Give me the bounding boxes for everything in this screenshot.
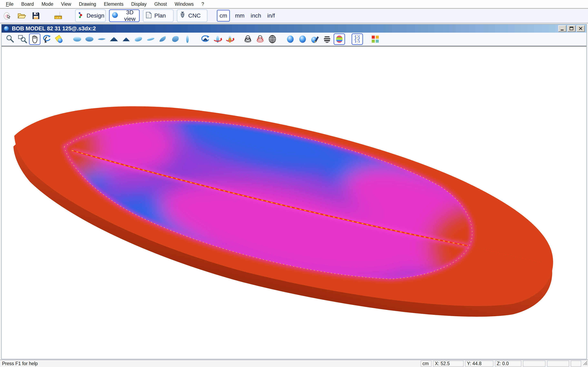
view-toolbar-group [242, 33, 278, 45]
close-button[interactable] [577, 25, 585, 32]
bottom-view-icon[interactable] [84, 33, 95, 45]
unit-selector: cmmminchin/f [217, 10, 278, 22]
status-bar: Press F1 for help cmX: 52.5Y: 44.8Z: 0.0 [0, 360, 588, 367]
3d-view-button[interactable]: 3D view [109, 9, 140, 22]
menu-display[interactable]: Display [127, 1, 150, 7]
unit-field: cm [421, 361, 432, 367]
y-field: Y: 44.8 [465, 361, 493, 367]
minimize-button[interactable] [558, 25, 566, 32]
curvature-map-icon[interactable] [334, 33, 345, 45]
svg-text:1: 1 [57, 17, 58, 19]
side-view-icon[interactable] [96, 33, 107, 45]
window-title: BOB MODEL 82 31 125@.s3dx:2 [12, 25, 96, 32]
perspective-top-icon[interactable] [133, 33, 144, 45]
view-toolbar [2, 33, 586, 46]
window-title-bar[interactable]: BOB MODEL 82 31 125@.s3dx:2 [2, 25, 586, 33]
status-help-text: Press F1 for help [2, 361, 38, 366]
outline-view-icon[interactable] [182, 33, 193, 45]
front-view-icon[interactable] [108, 33, 120, 45]
menu-mode[interactable]: Mode [38, 1, 57, 7]
document-window: BOB MODEL 82 31 125@.s3dx:2 [1, 24, 587, 359]
view-toolbar-group [369, 33, 381, 45]
wire-slices-icon[interactable] [242, 33, 254, 45]
mode-button-group: Design3D viewPlanCNC [75, 9, 208, 22]
z-field: Z: 0.0 [495, 361, 521, 367]
menu-windows[interactable]: Windows [171, 1, 198, 7]
sphere-icon [111, 11, 119, 20]
main-toolbar: 10 Design3D viewPlanCNC cmmminchin/f [0, 8, 588, 23]
menu-ghost[interactable]: Ghost [150, 1, 171, 7]
light-icon[interactable] [53, 33, 65, 45]
zoom-window-icon[interactable] [17, 33, 28, 45]
unit-inch[interactable]: inch [251, 12, 261, 19]
file-button-group: 10 [0, 10, 64, 22]
wire-mesh-icon[interactable] [267, 33, 278, 45]
status-fields: cmX: 52.5Y: 44.8Z: 0.0 [421, 361, 581, 367]
cnc-button[interactable]: CNC [177, 9, 208, 22]
pan-hand-icon[interactable] [29, 33, 40, 45]
empty-field-1 [523, 361, 545, 367]
unit-cm[interactable]: cm [217, 10, 230, 22]
unit-mm[interactable]: mm [235, 12, 245, 19]
surfboard [2, 58, 574, 352]
window-controls [558, 25, 585, 32]
svg-text:0: 0 [59, 17, 60, 19]
viewport-3d[interactable] [2, 46, 586, 359]
new-board-icon[interactable] [2, 10, 13, 22]
menu-bar: FileBoardModeViewDrawingElementsDisplayG… [0, 0, 588, 8]
measurements-icon[interactable]: 10 [53, 10, 64, 22]
view-toolbar-group [71, 33, 194, 45]
menu-drawing[interactable]: Drawing [75, 1, 100, 7]
zebra-view-icon[interactable] [321, 33, 333, 45]
app-window: FileBoardModeViewDrawingElementsDisplayG… [0, 0, 588, 367]
menu-board[interactable]: Board [17, 1, 38, 7]
plan-button[interactable]: Plan [143, 9, 173, 22]
plan-doc-icon [145, 11, 152, 20]
view-toolbar-group [284, 33, 346, 45]
perspective-fin-icon[interactable] [157, 33, 169, 45]
x-field: X: 52.5 [433, 361, 463, 367]
view-toolbar-group [199, 33, 236, 45]
perspective-bottom-icon[interactable] [169, 33, 181, 45]
rotate-flip-icon[interactable] [200, 33, 211, 45]
empty-field-2 [547, 361, 569, 367]
open-file-icon[interactable] [16, 10, 27, 22]
color-palette-icon[interactable] [370, 33, 381, 45]
unit-in-f[interactable]: in/f [267, 12, 275, 19]
board-3d-render [2, 47, 586, 359]
maximize-button[interactable] [567, 25, 576, 32]
save-file-icon[interactable] [31, 10, 41, 22]
wire-slices-red-icon[interactable] [254, 33, 266, 45]
menu-file[interactable]: File [2, 1, 17, 7]
rotate-view-icon[interactable] [41, 33, 53, 45]
spin-vertical-icon[interactable] [224, 33, 236, 45]
design-button[interactable]: Design [75, 9, 106, 22]
flow-lines-icon[interactable] [352, 33, 363, 45]
menu-elements[interactable]: Elements [100, 1, 127, 7]
perspective-side-icon[interactable] [145, 33, 156, 45]
spin-horizontal-icon[interactable] [212, 33, 223, 45]
sphere-icon [3, 25, 9, 32]
paint-surface-icon[interactable] [309, 33, 320, 45]
menu--[interactable]: ? [198, 1, 208, 7]
back-view-icon[interactable] [121, 33, 132, 45]
shaded-view-icon[interactable] [285, 33, 296, 45]
empty-field-3 [571, 361, 581, 367]
zoom-icon[interactable] [4, 33, 16, 45]
resize-grip-icon[interactable] [582, 360, 588, 367]
shaded-view-2-icon[interactable] [297, 33, 308, 45]
view-toolbar-group [4, 33, 65, 45]
cnc-tool-icon [179, 11, 186, 20]
menu-view[interactable]: View [57, 1, 75, 7]
view-toolbar-group [351, 33, 363, 45]
design-nodes-icon [77, 11, 85, 20]
top-view-icon[interactable] [71, 33, 83, 45]
